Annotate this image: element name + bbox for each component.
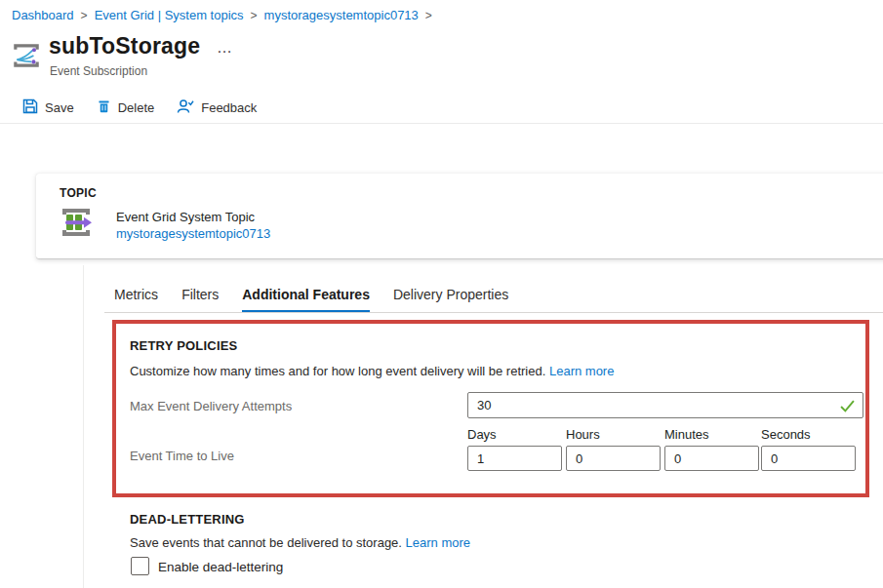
ttl-hours-input[interactable] [566,446,661,471]
ttl-days-label: Days [467,427,564,442]
ttl-minutes-label: Minutes [664,427,761,442]
save-label: Save [45,100,74,115]
ttl-minutes-field: Minutes [664,427,761,471]
enable-dead-lettering-checkbox[interactable] [131,557,149,575]
topic-card: TOPIC Event Grid System Topic mystorages… [36,174,883,258]
ttl-seconds-field: Seconds [761,427,858,471]
feedback-person-icon [177,98,194,117]
dead-lettering-description: Save events that cannot be delivered to … [130,535,470,550]
breadcrumb: Dashboard > Event Grid | System topics >… [12,8,432,22]
trash-icon [97,98,111,117]
more-options-button[interactable]: … [217,39,233,57]
content-panel-edge [83,265,84,588]
breadcrumb-topic[interactable]: mystoragesystemtopic0713 [264,8,419,22]
feedback-label: Feedback [201,100,257,115]
delete-button[interactable]: Delete [94,97,158,119]
ttl-seconds-input[interactable] [761,446,856,471]
retry-policies-description: Customize how many times and for how lon… [130,364,614,378]
retry-description-text: Customize how many times and for how lon… [130,364,545,378]
tabs-divider [104,312,883,313]
page-subtitle: Event Subscription [50,64,147,78]
save-icon [22,98,38,117]
tab-additional-features[interactable]: Additional Features [242,287,370,312]
ttl-minutes-input[interactable] [664,446,759,471]
enable-dead-lettering-label[interactable]: Enable dead-lettering [158,560,283,574]
ttl-label: Event Time to Live [130,449,234,463]
event-subscription-page: Dashboard > Event Grid | System topics >… [0,0,883,588]
valid-check-icon [840,399,855,412]
save-button[interactable]: Save [20,97,77,119]
ttl-hours-label: Hours [566,427,662,442]
dead-lettering-heading: DEAD-LETTERING [130,512,245,527]
page-title: subToStorage [49,33,200,59]
feedback-button[interactable]: Feedback [174,97,260,119]
tab-bar: Metrics Filters Additional Features Deli… [114,287,508,312]
max-attempts-label: Max Event Delivery Attempts [130,399,292,413]
breadcrumb-dashboard[interactable]: Dashboard [12,8,74,22]
ttl-seconds-label: Seconds [761,427,858,442]
breadcrumb-separator: > [425,9,432,22]
ttl-hours-field: Hours [566,427,662,471]
tab-delivery-properties[interactable]: Delivery Properties [393,287,508,312]
tab-metrics[interactable]: Metrics [114,287,158,312]
topic-card-label: TOPIC [60,186,97,200]
breadcrumb-separator: > [251,9,258,22]
breadcrumb-separator: > [81,9,88,22]
dead-lettering-description-text: Save events that cannot be delivered to … [130,535,402,550]
dead-lettering-learn-more-link[interactable]: Learn more [406,535,470,550]
topic-type-text: Event Grid System Topic [116,210,255,224]
toolbar-divider [0,123,883,124]
command-bar: Save Delete Feedback [20,97,260,119]
tab-filters[interactable]: Filters [181,287,219,312]
ttl-days-field: Days [467,427,564,471]
topic-name-link[interactable]: mystoragesystemtopic0713 [116,226,270,241]
event-grid-system-topic-icon [58,204,95,241]
max-attempts-input[interactable] [467,392,863,418]
retry-policies-heading: RETRY POLICIES [130,338,237,353]
ttl-days-input[interactable] [467,446,562,471]
delete-label: Delete [118,100,155,115]
breadcrumb-event-grid-system-topics[interactable]: Event Grid | System topics [95,8,244,22]
event-subscription-icon [10,39,43,74]
retry-learn-more-link[interactable]: Learn more [549,364,614,378]
